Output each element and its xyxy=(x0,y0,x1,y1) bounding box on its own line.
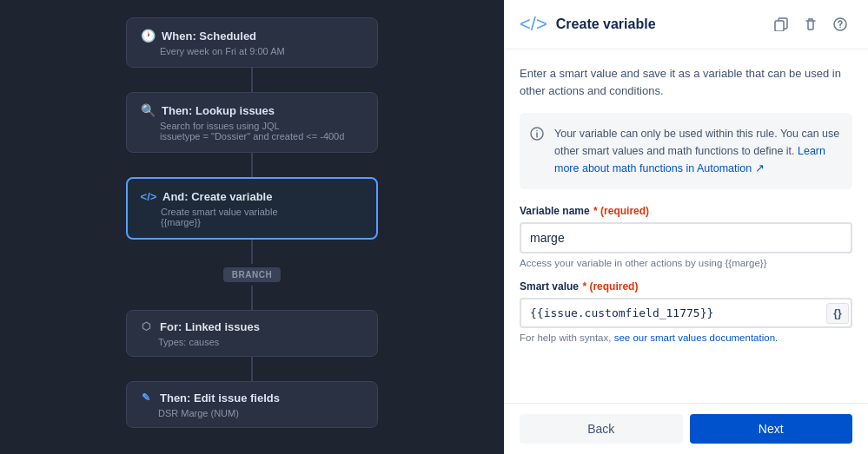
connector-4 xyxy=(251,286,253,310)
branch-container: BRANCH ⬡ For: Linked issues Types: cause… xyxy=(0,264,504,428)
node-create-variable-subtitle2: {{marge}} xyxy=(142,217,362,227)
node-when[interactable]: 🕐 When: Scheduled Every week on Fri at 9… xyxy=(126,17,378,68)
smart-value-input[interactable] xyxy=(520,298,852,328)
info-icon xyxy=(530,125,544,148)
curly-braces-icon: {} xyxy=(833,307,841,319)
flow-container: 🕐 When: Scheduled Every week on Fri at 9… xyxy=(0,0,504,445)
help-button[interactable] xyxy=(828,12,852,36)
panel-footer: Back Next xyxy=(504,403,868,454)
left-panel: 🕐 When: Scheduled Every week on Fri at 9… xyxy=(0,0,504,454)
smart-value-picker-button[interactable]: {} xyxy=(826,303,849,324)
copy-button[interactable] xyxy=(769,12,793,36)
clock-icon: 🕐 xyxy=(141,29,155,43)
smart-value-wrapper: {} xyxy=(520,298,852,328)
smart-value-label: Smart value * (required) xyxy=(520,280,852,293)
linked-icon: ⬡ xyxy=(139,319,153,333)
connector-1 xyxy=(251,68,253,92)
panel-description: Enter a smart value and save it as a var… xyxy=(520,65,852,99)
svg-point-3 xyxy=(839,27,841,29)
svg-point-5 xyxy=(536,130,538,132)
connector-3 xyxy=(251,240,253,264)
search-icon: 🔍 xyxy=(141,103,155,117)
node-linked-subtitle: Types: causes xyxy=(139,337,365,347)
node-linked[interactable]: ⬡ For: Linked issues Types: causes xyxy=(126,310,378,357)
panel-title-group: </> Create variable xyxy=(520,13,656,36)
node-edit-title: ✎ Then: Edit issue fields xyxy=(139,391,365,405)
node-edit-fields[interactable]: ✎ Then: Edit issue fields DSR Marge (NUM… xyxy=(126,381,378,428)
panel-actions xyxy=(769,12,852,36)
learn-more-link[interactable]: Learn more about math functions in Autom… xyxy=(554,145,825,174)
delete-button[interactable] xyxy=(798,12,823,36)
variable-name-input[interactable] xyxy=(520,222,852,253)
node-linked-title: ⬡ For: Linked issues xyxy=(139,319,365,333)
connector-5 xyxy=(251,357,253,381)
edit-icon: ✎ xyxy=(139,391,153,405)
info-box-text: Your variable can only be used within th… xyxy=(554,128,839,174)
panel-title: Create variable xyxy=(556,16,656,32)
syntax-docs-link[interactable]: see our smart values documentation. xyxy=(614,332,779,343)
svg-rect-1 xyxy=(775,21,784,31)
node-lookup-title: 🔍 Then: Lookup issues xyxy=(141,103,363,117)
node-lookup-subtitle1: Search for issues using JQL xyxy=(141,121,363,131)
node-lookup[interactable]: 🔍 Then: Lookup issues Search for issues … xyxy=(126,92,378,153)
create-variable-icon: </> xyxy=(520,13,547,36)
variable-name-hint: Access your variable in other actions by… xyxy=(520,258,852,268)
next-button[interactable]: Next xyxy=(690,414,853,444)
node-lookup-subtitle2: issuetype = "Dossier" and created <= -40… xyxy=(141,131,363,141)
node-when-subtitle: Every week on Fri at 9:00 AM xyxy=(141,46,363,56)
connector-2 xyxy=(251,153,253,177)
back-button[interactable]: Back xyxy=(520,414,683,444)
panel-header: </> Create variable xyxy=(504,0,868,49)
node-create-variable[interactable]: </> And: Create variable Create smart va… xyxy=(126,177,378,240)
syntax-hint: For help with syntax, see our smart valu… xyxy=(520,332,852,343)
node-when-title: 🕐 When: Scheduled xyxy=(141,29,363,43)
branch-label: BRANCH xyxy=(223,267,281,282)
panel-body: Enter a smart value and save it as a var… xyxy=(504,49,868,394)
node-create-variable-subtitle1: Create smart value variable xyxy=(142,207,362,217)
info-box: Your variable can only be used within th… xyxy=(520,113,852,189)
node-create-variable-title: </> And: Create variable xyxy=(142,189,362,203)
node-edit-subtitle: DSR Marge (NUM) xyxy=(139,408,365,418)
variable-name-label: Variable name * (required) xyxy=(520,205,852,217)
variable-icon: </> xyxy=(142,189,156,203)
right-panel: </> Create variable xyxy=(504,0,868,454)
